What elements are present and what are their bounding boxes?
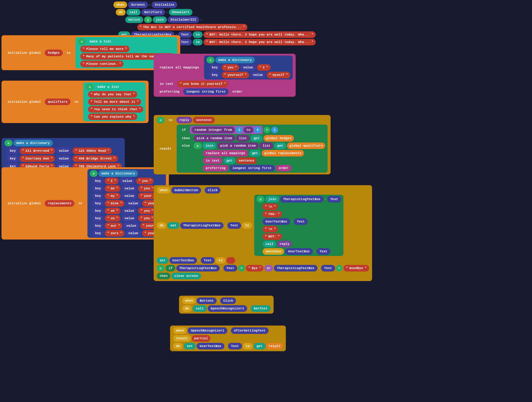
text-pill1[interactable]: Text	[178, 31, 192, 38]
gear-join1[interactable]: ⚙	[144, 16, 152, 23]
user-textbox-sub3[interactable]: UserTextBox	[169, 257, 197, 264]
key-rep7-val: our	[105, 223, 122, 229]
text-sub7[interactable]: Text	[321, 265, 335, 271]
text-sub1[interactable]: Text	[227, 222, 241, 229]
when-button1-block: when Button1 · Click do call SpeechRecog…	[179, 296, 274, 314]
empty-string[interactable]	[226, 257, 235, 264]
gear-if-sub[interactable]: ⚙	[157, 265, 165, 271]
longest-str-label: longest string first	[183, 88, 229, 95]
global-hedges-pill[interactable]: global hedges	[263, 135, 294, 142]
newline2: \n	[263, 226, 278, 232]
replace-all2: replace all mappings	[203, 150, 248, 156]
gear-qual[interactable]: ⚙	[86, 84, 94, 90]
set-speech: set	[184, 343, 196, 349]
do-keyword: do	[116, 9, 126, 16]
dot-sep: ·	[149, 3, 151, 7]
key-rm2-val: yourself	[222, 72, 249, 78]
eq2-sub[interactable]: =	[336, 265, 343, 271]
from-val[interactable]: 1	[236, 127, 243, 133]
key-rep5: key	[92, 208, 104, 214]
therapist-log-sub3[interactable]: TherapistLogTextBox	[176, 265, 220, 271]
to-val[interactable]: 4	[254, 127, 261, 133]
key-rep5-val: we	[105, 208, 120, 214]
then-sub: then	[157, 273, 170, 279]
screen1-pill[interactable]: Screen1	[128, 1, 148, 8]
disclaimer-pill[interactable]: DisclaimerIII	[168, 16, 199, 23]
key-rep7: key	[92, 223, 104, 229]
sentence-label-sub: sentence	[263, 248, 284, 255]
val-rep5: value	[121, 208, 137, 214]
text-pill2[interactable]: Text	[178, 39, 192, 45]
to-sub: to	[242, 222, 252, 229]
gear-hedges[interactable]: ⚙	[78, 38, 86, 45]
gear-addr[interactable]: ⚙	[4, 140, 13, 146]
global-qual-pill[interactable]: global qualifiers	[287, 142, 325, 149]
speech-rec-pill[interactable]: SpeechRecognizer1	[208, 305, 247, 312]
key-rm1-val: you	[222, 64, 239, 71]
result2-pill[interactable]: result	[266, 343, 283, 349]
gear-sub[interactable]: ⚙	[257, 196, 265, 202]
submit-btn-pill[interactable]: SubmitButton	[171, 187, 201, 194]
text-speech[interactable]: Text	[228, 343, 242, 349]
qualifiers-var[interactable]: qualifiers	[45, 99, 70, 105]
eq-pill[interactable]: =	[264, 127, 271, 133]
random-int-label: random integer from	[192, 127, 235, 133]
global-rep-pill[interactable]: global replacements	[262, 150, 304, 156]
dot-sep3: ·	[200, 18, 202, 22]
button1-pill[interactable]: Button1	[197, 297, 216, 304]
key-rm2: key	[209, 72, 221, 78]
reply-call[interactable]: reply	[277, 241, 292, 247]
user-textbox-sub2[interactable]: UserTextBox	[285, 248, 313, 255]
show-alert-pill[interactable]: ShowAlert	[169, 9, 192, 16]
partial-pill[interactable]: partial	[192, 335, 210, 342]
hedges-var[interactable]: hedges	[45, 50, 63, 56]
val-rep5-val: you	[138, 208, 156, 214]
you-label: YOU:	[263, 211, 282, 217]
key-label2: key	[7, 155, 19, 162]
replacements-var[interactable]: replacements	[45, 200, 74, 207]
text-sub5[interactable]: Text	[201, 257, 215, 264]
text-sub2[interactable]: Text	[327, 196, 341, 202]
click-btn1[interactable]: Click	[220, 297, 236, 304]
text-sub3[interactable]: Text	[294, 218, 308, 225]
in-text-val: you knew it yourself	[177, 81, 228, 87]
gear-else[interactable]: ⚙	[194, 142, 202, 149]
goodbye-val: GoodBye	[343, 265, 369, 271]
initialize-pill[interactable]: Initialize	[152, 1, 177, 8]
get-text-pill[interactable]: GetText	[251, 305, 270, 312]
to-reply-block: ⚙ to reply sentence result if random int…	[154, 115, 331, 174]
in-text2: in text	[203, 157, 223, 164]
eq-val[interactable]: 1	[271, 127, 278, 133]
gear-reply[interactable]: ⚙	[157, 117, 165, 123]
reply-pill[interactable]: reply	[176, 117, 192, 123]
speech-rec-when[interactable]: SpeechRecognizer1	[188, 327, 227, 334]
user-textbox-speech[interactable]: UserTextBox	[197, 343, 224, 349]
then-label-reply: then	[179, 135, 193, 142]
preferring-label: preferring	[157, 88, 182, 95]
in-text-label: in text	[157, 81, 176, 87]
order-label: order	[229, 88, 245, 95]
after-getting-pill[interactable]: AfterGettingText	[231, 327, 269, 334]
text-sub4[interactable]: Text	[317, 248, 330, 255]
bot-hello1: BOT: Hello there. I hope you are well to…	[203, 31, 316, 38]
key-rm1: key	[209, 64, 221, 71]
list-label2: list	[260, 142, 273, 149]
text-sub6[interactable]: Text	[223, 265, 237, 271]
val-rep8: value	[125, 230, 141, 237]
sentence-param[interactable]: sentence	[193, 117, 215, 123]
click-submit[interactable]: Click	[205, 187, 220, 194]
when-speech-block: when SpeechRecognizer1 · AfterGettingTex…	[170, 326, 286, 351]
therapist-log-sub[interactable]: TherapistLogTextBox	[180, 222, 223, 229]
therapist-log-sub4[interactable]: TherapistLogTextBox	[274, 265, 317, 271]
eq-sub[interactable]: =	[238, 265, 245, 271]
longest-str2: longest string first	[229, 165, 275, 171]
close-screen-pill[interactable]: close screen	[171, 273, 201, 279]
gear-rep[interactable]: ⚙	[90, 170, 98, 177]
therapist-log-sub2[interactable]: TherapistLogTextBox	[280, 196, 323, 202]
sentence2-pill[interactable]: sentence	[236, 157, 257, 164]
replacements-block: initialize global replacements to ⚙ make…	[1, 167, 169, 240]
user-textbox-sub[interactable]: UserTextBox	[263, 218, 290, 225]
key1-val: Ali Bretrand	[20, 148, 55, 154]
gear-replmap[interactable]: ⚙	[206, 57, 215, 63]
notifier1-pill[interactable]: Notifier1	[141, 9, 165, 16]
